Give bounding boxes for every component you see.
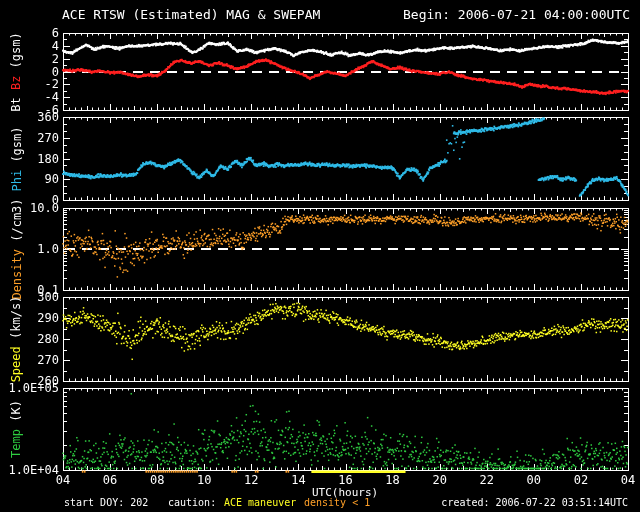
x-tick-label: 22 (470, 473, 504, 487)
caution-maneuver-label: ACE maneuver (224, 497, 296, 508)
x-tick-label: 20 (423, 473, 457, 487)
caution-label: caution: (168, 497, 216, 508)
x-tick-label: 08 (140, 473, 174, 487)
y-tick-label: 280 (0, 332, 59, 346)
y-tick-label: 10.0 (0, 201, 59, 215)
y-tick-label: 300 (0, 290, 59, 304)
y-tick-label: 360 (0, 110, 59, 124)
x-tick-label: 04 (46, 473, 80, 487)
x-tick-label: 16 (329, 473, 363, 487)
ylabel-part: (K) (9, 400, 23, 422)
y-tick-label: 270 (0, 353, 59, 367)
x-tick-label: 10 (187, 473, 221, 487)
page-title: ACE RTSW (Estimated) MAG & SWEPAM (62, 7, 320, 22)
start-doy-label: start DOY: 202 (64, 497, 148, 508)
ylabel-part: Temp (9, 422, 23, 458)
x-tick-label: 12 (234, 473, 268, 487)
ace-rtsw-plot-window: ACE RTSW (Estimated) MAG & SWEPAM Begin:… (0, 0, 640, 512)
y-tick-label: 1.0E+05 (0, 381, 59, 395)
y-tick-label: 1.0 (0, 242, 59, 256)
y-tick-label: 290 (0, 311, 59, 325)
y-tick-label: 90 (0, 172, 59, 186)
y-tick-label: 180 (0, 152, 59, 166)
x-tick-label: 06 (93, 473, 127, 487)
plot-canvas (0, 0, 640, 512)
begin-timestamp: Begin: 2006-07-21 04:00:00UTC (403, 7, 630, 22)
ylabel-temp: Temp (K) (9, 400, 23, 458)
x-tick-label: 02 (564, 473, 598, 487)
x-tick-label: 18 (376, 473, 410, 487)
caution-density-label: density < 1 (304, 497, 370, 508)
x-tick-label: 04 (611, 473, 640, 487)
created-timestamp: created: 2006-07-22 03:51:14UTC (441, 497, 628, 508)
y-tick-label: 270 (0, 131, 59, 145)
x-tick-label: 00 (517, 473, 551, 487)
x-tick-label: 14 (281, 473, 315, 487)
